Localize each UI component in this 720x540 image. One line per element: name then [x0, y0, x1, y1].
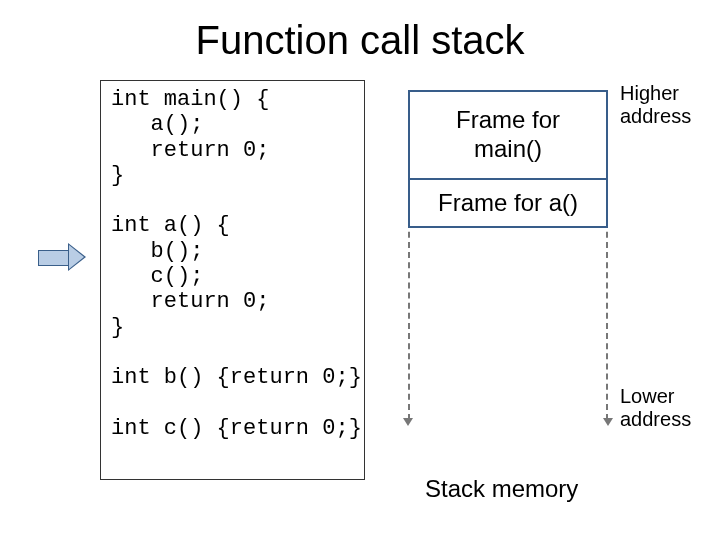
slide: Function call stack int main() { a(); re…	[0, 0, 720, 540]
current-line-arrow	[38, 245, 88, 269]
frame-label: Frame for main()	[456, 106, 560, 164]
frame-label: Frame for a()	[438, 189, 578, 218]
stack-frame-main: Frame for main()	[408, 90, 608, 180]
code-a: int a() { b(); c(); return 0; }	[111, 213, 269, 339]
higher-address-label: Higher address	[620, 82, 691, 128]
slide-title: Function call stack	[0, 18, 720, 63]
code-b: int b() {return 0;}	[111, 365, 362, 390]
code-c: int c() {return 0;}	[111, 416, 362, 441]
stack-memory-column: Frame for main() Frame for a()	[408, 90, 608, 420]
stack-frame-a: Frame for a()	[408, 180, 608, 228]
stack-memory-label: Stack memory	[425, 475, 578, 503]
code-main: int main() { a(); return 0; }	[111, 87, 269, 188]
lower-address-label: Lower address	[620, 385, 691, 431]
code-listing: int main() { a(); return 0; } int a() { …	[100, 80, 365, 480]
